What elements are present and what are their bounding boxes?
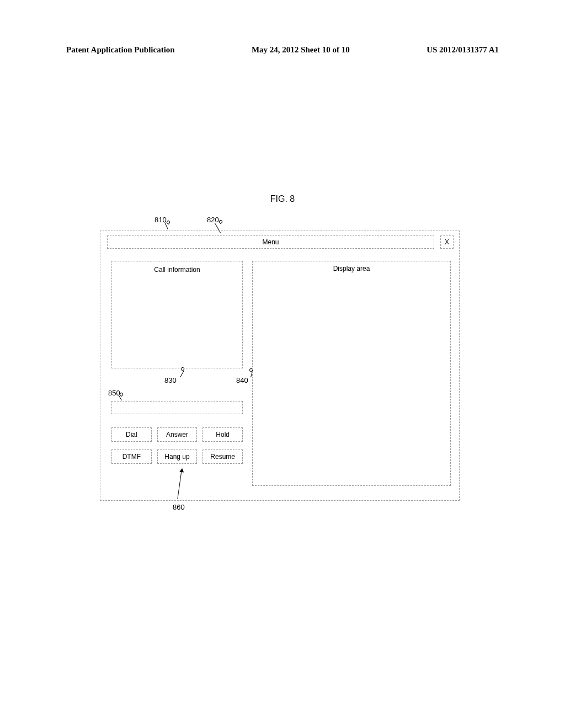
menu-label: Menu xyxy=(262,238,279,246)
button-row-2: DTMF Hang up Resume xyxy=(111,449,243,464)
resume-label: Resume xyxy=(210,453,235,461)
display-area-label: Display area xyxy=(333,265,370,272)
answer-button[interactable]: Answer xyxy=(157,427,198,442)
figure-title: FIG. 8 xyxy=(0,194,565,204)
menu-bar[interactable]: Menu xyxy=(107,235,434,249)
app-window: Menu X Call information Display area Dia… xyxy=(100,231,460,501)
dial-button[interactable]: Dial xyxy=(111,427,152,442)
button-row-1: Dial Answer Hold xyxy=(111,427,243,442)
hold-button[interactable]: Hold xyxy=(202,427,243,442)
dtmf-label: DTMF xyxy=(122,453,141,461)
hangup-label: Hang up xyxy=(164,453,189,461)
close-button[interactable]: X xyxy=(440,235,454,249)
header-left: Patent Application Publication xyxy=(66,45,175,55)
call-information-panel: Call information xyxy=(111,261,243,368)
header-center: May 24, 2012 Sheet 10 of 10 xyxy=(252,45,350,55)
callout-860: 860 xyxy=(173,503,185,511)
dial-label: Dial xyxy=(126,431,137,438)
callout-820: 820 xyxy=(207,216,219,224)
dtmf-button[interactable]: DTMF xyxy=(111,449,152,464)
page-header: Patent Application Publication May 24, 2… xyxy=(66,45,499,55)
phone-input[interactable] xyxy=(111,401,243,414)
display-area-panel: Display area xyxy=(252,261,451,486)
close-icon: X xyxy=(445,238,449,246)
resume-button[interactable]: Resume xyxy=(202,449,243,464)
hook-810 xyxy=(166,220,170,224)
call-info-label: Call information xyxy=(154,266,200,274)
answer-label: Answer xyxy=(166,431,188,438)
hook-820 xyxy=(218,220,223,224)
hangup-button[interactable]: Hang up xyxy=(157,449,198,464)
header-right: US 2012/0131377 A1 xyxy=(427,45,499,55)
hold-label: Hold xyxy=(216,431,230,438)
